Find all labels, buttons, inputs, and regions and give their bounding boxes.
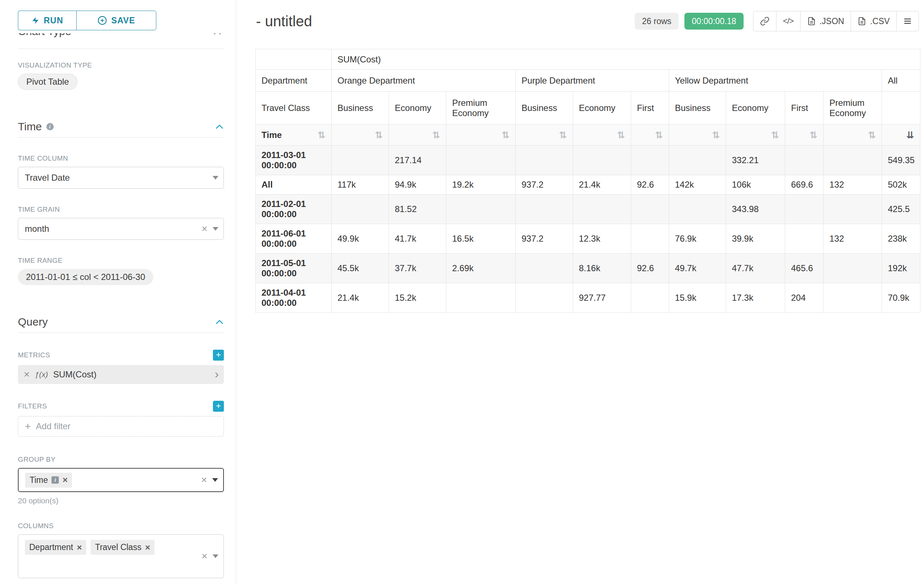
- run-button[interactable]: RUN: [18, 11, 76, 30]
- query-section-header[interactable]: Query: [18, 316, 224, 328]
- remove-metric-icon[interactable]: ×: [24, 369, 30, 380]
- remove-tag-icon[interactable]: ×: [145, 543, 150, 552]
- time-grain-select[interactable]: month ×: [18, 218, 224, 240]
- chart-title[interactable]: - untitled: [256, 13, 312, 30]
- chevron-up-icon[interactable]: [215, 124, 224, 130]
- table-cell: [823, 194, 882, 224]
- sort-icon[interactable]: ⇅: [617, 130, 625, 140]
- metric-name: SUM(Cost): [53, 369, 210, 380]
- explore-view: RUN SAVE Chart Type VISUALIZATION TYPE P…: [0, 0, 924, 584]
- table-cell: 92.6: [631, 175, 669, 194]
- table-cell: 238k: [882, 224, 920, 254]
- chevron-down-icon[interactable]: [213, 227, 218, 231]
- time-section-header[interactable]: Time i: [18, 120, 224, 133]
- sort-icon[interactable]: ⇅: [809, 130, 817, 140]
- value-tag[interactable]: Travel Class×: [91, 540, 155, 555]
- sort-icon[interactable]: ⇅: [317, 130, 325, 140]
- remove-tag-icon[interactable]: ×: [63, 475, 68, 484]
- col-dimension-header: Travel Class: [256, 92, 332, 125]
- table-cell: 937.2: [516, 224, 573, 254]
- clear-icon[interactable]: ×: [201, 224, 208, 234]
- sort-icon[interactable]: ⇅: [771, 130, 779, 140]
- column-header: Business: [516, 92, 573, 125]
- share-link-button[interactable]: [753, 11, 776, 31]
- viz-type-pill[interactable]: Pivot Table: [18, 74, 78, 90]
- column-header: [882, 92, 920, 125]
- table-cell: 76.9k: [669, 224, 726, 254]
- run-button-label: RUN: [44, 16, 63, 26]
- chevron-down-icon[interactable]: [213, 176, 218, 179]
- export-json-button[interactable]: .JSON: [800, 11, 851, 31]
- table-cell: [573, 146, 631, 175]
- column-header: First: [785, 92, 823, 125]
- add-filter-input[interactable]: + Add filter: [18, 416, 224, 436]
- table-cell: 41.7k: [389, 224, 446, 254]
- chart-type-section-header[interactable]: Chart Type: [18, 33, 224, 44]
- table-row: 2011-03-01 00:00:00217.14332.21549.35: [256, 146, 920, 175]
- info-icon: i: [46, 123, 54, 130]
- chevron-down-icon[interactable]: [212, 478, 218, 482]
- sort-icon[interactable]: ⇅: [375, 130, 383, 140]
- table-cell: 81.52: [389, 194, 446, 224]
- clear-icon[interactable]: ×: [201, 475, 207, 485]
- table-cell: [332, 194, 389, 224]
- table-cell: 92.6: [631, 254, 669, 283]
- menu-button[interactable]: [896, 11, 919, 31]
- table-cell: [516, 194, 573, 224]
- chart-type-heading: Chart Type: [18, 33, 224, 38]
- value-tag-label: Time: [30, 475, 48, 485]
- table-cell: ⇅: [823, 125, 882, 146]
- sort-icon[interactable]: ⇊: [906, 130, 914, 140]
- sort-icon[interactable]: ⇅: [559, 130, 567, 140]
- table-cell: ⇅: [631, 125, 669, 146]
- time-section-title: Time: [18, 120, 42, 133]
- time-column-label: TIME COLUMN: [18, 155, 224, 163]
- columns-select[interactable]: Department×Travel Class× ×: [18, 535, 224, 578]
- table-cell: 343.98: [726, 194, 785, 224]
- value-tag[interactable]: Department×: [25, 540, 86, 555]
- clear-icon[interactable]: ×: [201, 551, 208, 561]
- table-cell: [446, 283, 516, 313]
- export-csv-button[interactable]: .CSV: [851, 11, 897, 31]
- chart-header: - untitled 26 rows 00:00:00.18 </>: [236, 0, 924, 31]
- table-cell: 17.3k: [726, 283, 785, 313]
- time-range-pill[interactable]: 2011-01-01 ≤ col < 2011-06-30: [18, 269, 153, 285]
- table-cell: 2.69k: [446, 254, 516, 283]
- file-icon: [858, 16, 866, 26]
- divider: [18, 49, 224, 49]
- table-cell: 21.4k: [573, 175, 631, 194]
- save-button[interactable]: SAVE: [76, 11, 156, 30]
- sort-icon[interactable]: ⇅: [712, 130, 720, 140]
- sort-icon[interactable]: ⇅: [432, 130, 440, 140]
- view-query-button[interactable]: </>: [776, 11, 800, 31]
- table-cell: [256, 49, 332, 70]
- sort-icon[interactable]: ⇅: [502, 130, 510, 140]
- table-cell: ⇅: [389, 125, 446, 146]
- table-row: SUM(Cost): [256, 49, 920, 70]
- add-filter-button[interactable]: +: [213, 401, 224, 412]
- pivot-table-container: SUM(Cost)DepartmentOrange DepartmentPurp…: [255, 49, 920, 313]
- remove-tag-icon[interactable]: ×: [77, 543, 82, 552]
- chevron-up-icon: [213, 33, 222, 35]
- table-cell: [516, 146, 573, 175]
- table-cell: [669, 146, 726, 175]
- chevron-right-icon[interactable]: ›: [215, 368, 219, 380]
- group-header: Yellow Department: [669, 70, 882, 92]
- add-metric-button[interactable]: +: [213, 350, 224, 360]
- group-by-select[interactable]: Timei× ×: [18, 468, 224, 492]
- chevron-down-icon[interactable]: [213, 554, 218, 558]
- value-tag[interactable]: Timei×: [25, 473, 72, 488]
- table-cell: 549.35: [882, 146, 920, 175]
- time-column-select[interactable]: Travel Date: [18, 167, 224, 189]
- group-by-label: GROUP BY: [18, 456, 224, 464]
- table-row: All117k94.9k19.2k937.221.4k92.6142k106k6…: [256, 175, 920, 194]
- sort-icon[interactable]: ⇅: [868, 130, 876, 140]
- chevron-up-icon[interactable]: [215, 319, 224, 325]
- pivot-table: SUM(Cost)DepartmentOrange DepartmentPurp…: [255, 49, 920, 313]
- table-cell: ⇅: [669, 125, 726, 146]
- time-column-value: Travel Date: [25, 173, 213, 183]
- export-json-label: .JSON: [820, 16, 845, 26]
- metric-item[interactable]: × ƒ(x) SUM(Cost) ›: [18, 365, 224, 384]
- metric-header: SUM(Cost): [332, 49, 920, 70]
- sort-icon[interactable]: ⇅: [655, 130, 663, 140]
